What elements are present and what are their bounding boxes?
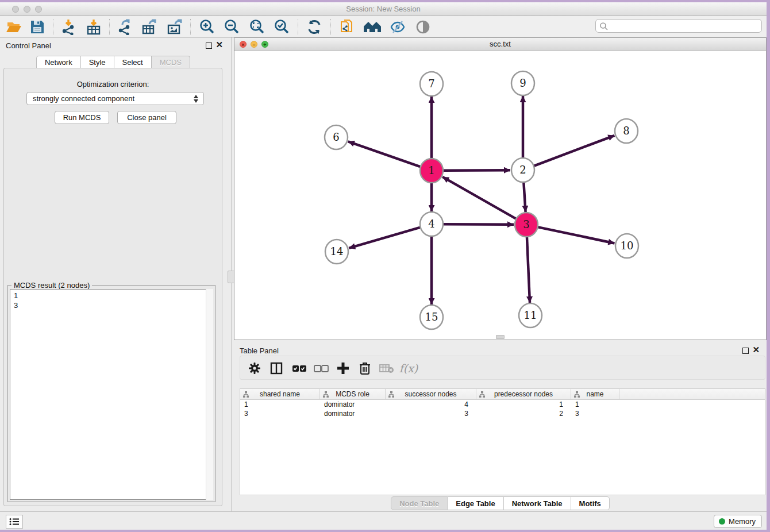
network-graph[interactable]: 7968124314101511: [234, 51, 766, 340]
tab-network[interactable]: Network: [36, 56, 81, 68]
node-table[interactable]: shared nameMCDS rolesuccessor nodesprede…: [240, 388, 765, 495]
memory-button[interactable]: Memory: [714, 515, 762, 528]
columns-icon: [270, 361, 283, 375]
import-network-icon: [60, 19, 76, 35]
column-type-icon: [323, 391, 329, 398]
import-table-icon: [86, 19, 102, 35]
graph-edge-1-6[interactable]: [348, 141, 420, 167]
table-toolbar: f(x): [240, 356, 765, 380]
network-resize-grip[interactable]: [496, 335, 505, 339]
graph-node-label: 15: [425, 311, 438, 323]
delete-column-button[interactable]: [355, 359, 375, 377]
table-header-row: shared nameMCDS rolesuccessor nodesprede…: [240, 389, 765, 400]
zoom-in-button[interactable]: [196, 18, 218, 36]
search-input[interactable]: [610, 20, 759, 32]
table-panel-title: Table Panel: [240, 346, 279, 355]
table-float-icon[interactable]: [742, 348, 749, 354]
tab-edge-table[interactable]: Edge Table: [448, 496, 503, 510]
function-builder-button[interactable]: f(x): [399, 359, 418, 377]
table-row[interactable]: 1dominator411: [240, 400, 765, 409]
show-panel-button[interactable]: [412, 18, 434, 36]
select-stepper-icon: [194, 95, 199, 103]
main-toolbar: [0, 16, 767, 38]
graph-edge-3-10[interactable]: [538, 227, 615, 243]
deselect-all-button[interactable]: [311, 359, 331, 377]
graph-edge-1-2[interactable]: [444, 170, 510, 171]
graph-edge-2-3[interactable]: [523, 182, 525, 212]
table-cell[interactable]: dominator: [320, 400, 386, 409]
table-cell[interactable]: dominator: [320, 409, 386, 418]
criterion-value: strongly connected component: [33, 94, 134, 103]
column-selector-button[interactable]: [267, 359, 286, 377]
network-canvas[interactable]: 7968124314101511: [234, 51, 766, 340]
home-layout-button[interactable]: [361, 18, 383, 36]
table-settings-button[interactable]: [245, 359, 264, 377]
open-file-button[interactable]: [3, 18, 25, 36]
add-column-button[interactable]: [333, 359, 353, 377]
column-header-predecessor-nodes[interactable]: predecessor nodes: [476, 389, 571, 400]
control-panel-tabs: NetworkStyleSelectMCDS: [0, 56, 226, 68]
table-cell[interactable]: 1: [476, 400, 571, 409]
criterion-select[interactable]: strongly connected component: [26, 92, 204, 105]
float-panel-icon[interactable]: [206, 43, 212, 49]
close-panel-button[interactable]: Close panel: [117, 111, 176, 124]
refresh-icon: [306, 19, 322, 35]
table-cell[interactable]: 3: [240, 409, 320, 418]
graph-edge-4-14[interactable]: [349, 228, 420, 248]
toolbar-separator: [109, 19, 110, 35]
delete-table-button[interactable]: [377, 359, 396, 377]
graph-node-label: 3: [523, 218, 529, 230]
column-header-MCDS-role[interactable]: MCDS role: [320, 389, 386, 400]
table-cell[interactable]: 2: [476, 409, 571, 418]
import-network-button[interactable]: [57, 18, 79, 36]
app-titlebar: Session: New Session: [0, 2, 767, 16]
tab-network-table[interactable]: Network Table: [504, 496, 571, 510]
zoom-fit-button[interactable]: [246, 18, 268, 36]
table-cell[interactable]: 3: [571, 409, 619, 418]
zoom-selected-button[interactable]: [271, 18, 292, 36]
control-panel: Control Panel ✕ NetworkStyleSelectMCDS O…: [0, 37, 226, 511]
column-header-successor-nodes[interactable]: successor nodes: [386, 389, 476, 400]
select-all-button[interactable]: [290, 359, 309, 377]
tab-node-table[interactable]: Node Table: [391, 496, 448, 510]
table-cell[interactable]: 4: [386, 400, 476, 409]
tab-mcds[interactable]: MCDS: [152, 56, 190, 68]
result-scrollbar[interactable]: [206, 289, 213, 500]
graph-node-label: 10: [621, 240, 634, 252]
graph-edge-3-1[interactable]: [442, 177, 516, 219]
mcds-result-text[interactable]: 1 3: [10, 289, 213, 500]
close-panel-icon[interactable]: ✕: [215, 40, 223, 50]
table-row[interactable]: 3dominator323: [240, 409, 765, 418]
export-image-button[interactable]: [164, 18, 186, 36]
import-table-button[interactable]: [83, 18, 105, 36]
table-tabs: Node TableEdge TableNetwork TableMotifs: [234, 496, 767, 510]
table-cell[interactable]: 1: [240, 400, 320, 409]
column-header-shared-name[interactable]: shared name: [240, 389, 320, 400]
hide-panel-button[interactable]: [387, 18, 409, 36]
column-type-icon: [574, 391, 580, 398]
graph-edge-4-3[interactable]: [444, 224, 514, 225]
column-header-name[interactable]: name: [571, 389, 619, 400]
task-history-button[interactable]: [6, 515, 23, 529]
export-network-button[interactable]: [114, 18, 136, 36]
column-type-icon: [479, 391, 485, 398]
graph-edge-3-11[interactable]: [527, 237, 530, 303]
zoom-out-button[interactable]: [221, 18, 242, 36]
tab-style[interactable]: Style: [81, 56, 114, 68]
graph-node-label: 8: [623, 125, 629, 137]
table-cell[interactable]: 3: [386, 409, 476, 418]
tab-motifs[interactable]: Motifs: [571, 496, 610, 510]
clone-network-button[interactable]: [336, 18, 358, 36]
refresh-layout-button[interactable]: [303, 18, 325, 36]
status-bar: Memory: [0, 511, 767, 530]
export-table-button[interactable]: [138, 18, 160, 36]
run-mcds-button[interactable]: Run MCDS: [55, 111, 109, 124]
delete-table-icon: [379, 363, 394, 374]
save-session-button[interactable]: [26, 18, 48, 36]
graph-edge-2-8[interactable]: [534, 136, 615, 166]
network-title: scc.txt: [234, 40, 766, 48]
table-close-icon[interactable]: ✕: [752, 345, 760, 355]
table-cell[interactable]: 1: [571, 400, 619, 409]
tab-select[interactable]: Select: [114, 56, 152, 68]
eye-slash-icon: [390, 19, 406, 35]
